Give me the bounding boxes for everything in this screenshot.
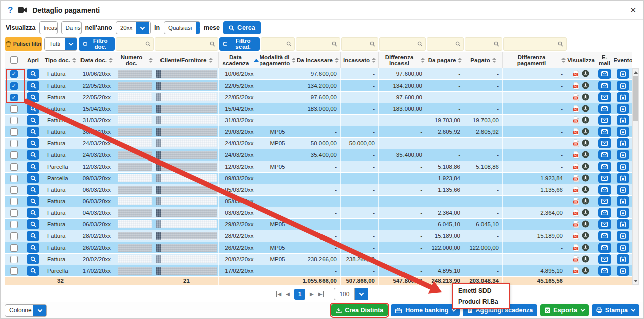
pdf-icon[interactable] (573, 174, 580, 182)
pdf-icon[interactable] (573, 139, 580, 147)
pagato-search-input[interactable] (465, 37, 502, 51)
event-button[interactable] (617, 115, 629, 125)
web-view-icon[interactable] (582, 267, 589, 274)
email-button[interactable] (598, 104, 611, 114)
pulisci-filtri-button[interactable]: Pulisci filtri (5, 37, 42, 51)
row-checkbox[interactable] (10, 244, 18, 252)
pdf-icon[interactable] (573, 93, 580, 101)
previous-page-icon[interactable]: ◀ (286, 291, 290, 297)
web-view-icon[interactable] (582, 151, 589, 158)
pdf-icon[interactable] (573, 186, 580, 194)
scroll-up-icon[interactable] (633, 69, 638, 76)
current-page-button[interactable]: 1 (294, 289, 305, 300)
email-button[interactable] (598, 173, 611, 183)
email-button[interactable] (598, 162, 611, 172)
row-checkbox[interactable] (10, 198, 18, 205)
web-view-icon[interactable] (582, 93, 589, 101)
cliente-search-input[interactable] (155, 37, 218, 51)
event-button[interactable] (617, 243, 629, 253)
pdf-icon[interactable] (573, 267, 580, 275)
email-button[interactable] (598, 138, 611, 148)
diff-pagamenti-search-input[interactable] (503, 37, 567, 51)
pdf-icon[interactable] (573, 255, 580, 263)
home-banking-button[interactable]: Home banking (391, 304, 460, 316)
tipo-movimento-select[interactable]: Incassi, Pagamenti (39, 21, 58, 34)
row-checkbox[interactable] (10, 94, 18, 101)
event-button[interactable] (617, 92, 629, 102)
pdf-icon[interactable] (573, 151, 580, 159)
web-view-icon[interactable] (582, 244, 589, 251)
pdf-icon[interactable] (573, 70, 580, 78)
email-button[interactable] (598, 219, 611, 229)
event-button[interactable] (617, 162, 629, 172)
last-page-icon[interactable]: ▶ (318, 291, 325, 297)
crea-distinta-button[interactable]: Crea Distinta (331, 304, 388, 316)
mese-select[interactable]: Qualsiasi (164, 21, 200, 34)
colonne-select[interactable]: Colonne (5, 304, 47, 317)
web-view-icon[interactable] (582, 232, 589, 240)
event-button[interactable] (617, 138, 629, 148)
anno-select[interactable]: 20xx (116, 21, 151, 34)
next-page-icon[interactable]: ▶ (310, 291, 314, 297)
event-button[interactable] (617, 69, 629, 79)
email-button[interactable] (598, 69, 611, 79)
web-view-icon[interactable] (582, 255, 589, 263)
row-checkbox[interactable] (10, 221, 18, 228)
pdf-icon[interactable] (573, 197, 580, 205)
email-button[interactable] (598, 115, 611, 125)
open-row-button[interactable] (27, 127, 39, 137)
web-view-icon[interactable] (582, 105, 589, 112)
cerca-button[interactable]: Cerca (223, 21, 261, 34)
web-view-icon[interactable] (582, 186, 589, 193)
web-view-icon[interactable] (582, 197, 589, 205)
da-pagare-search-input[interactable] (427, 37, 464, 51)
row-checkbox[interactable] (10, 186, 18, 194)
web-view-icon[interactable] (582, 82, 589, 89)
help-icon[interactable]: ? (8, 5, 13, 15)
pdf-icon[interactable] (573, 244, 580, 252)
open-row-button[interactable] (27, 173, 39, 183)
open-row-button[interactable] (27, 138, 39, 148)
da-incassare-search-input[interactable] (296, 37, 340, 51)
web-view-icon[interactable] (582, 163, 589, 170)
diff-incassi-search-input[interactable] (379, 37, 426, 51)
row-checkbox[interactable] (10, 163, 18, 171)
open-row-button[interactable] (27, 231, 39, 241)
email-button[interactable] (598, 81, 611, 91)
web-view-icon[interactable] (582, 70, 589, 77)
open-row-button[interactable] (27, 150, 39, 160)
event-button[interactable] (617, 208, 629, 218)
row-checkbox[interactable] (10, 70, 18, 78)
row-checkbox[interactable] (10, 209, 18, 217)
event-button[interactable] (617, 231, 629, 241)
row-checkbox[interactable] (10, 140, 18, 147)
row-checkbox[interactable] (10, 232, 18, 240)
row-checkbox[interactable] (10, 117, 18, 124)
email-button[interactable] (598, 150, 611, 160)
web-view-icon[interactable] (582, 209, 589, 216)
pdf-icon[interactable] (573, 128, 580, 136)
close-icon[interactable]: ✕ (630, 6, 636, 15)
event-button[interactable] (617, 104, 629, 114)
pdf-icon[interactable] (573, 116, 580, 124)
tipo-doc-filter-select[interactable]: Tutti (44, 37, 77, 51)
open-row-button[interactable] (27, 208, 39, 218)
pdf-icon[interactable] (573, 82, 580, 90)
pdf-icon[interactable] (573, 232, 580, 240)
row-checkbox[interactable] (10, 175, 18, 182)
chevron-down-icon[interactable] (33, 305, 46, 316)
email-button[interactable] (598, 127, 611, 137)
filtro-doc-button[interactable]: Filtro doc. (79, 37, 115, 51)
open-row-button[interactable] (27, 115, 39, 125)
event-button[interactable] (617, 81, 629, 91)
chevron-down-icon[interactable] (136, 22, 149, 34)
web-view-icon[interactable] (582, 116, 589, 124)
scroll-down-icon[interactable] (633, 277, 638, 284)
chevron-down-icon[interactable] (355, 288, 368, 300)
modalita-search-input[interactable] (261, 37, 295, 51)
event-button[interactable] (617, 254, 629, 264)
open-row-button[interactable] (27, 266, 39, 276)
event-button[interactable] (617, 219, 629, 229)
stampa-button[interactable]: Stampa (592, 304, 639, 316)
open-row-button[interactable] (27, 162, 39, 172)
